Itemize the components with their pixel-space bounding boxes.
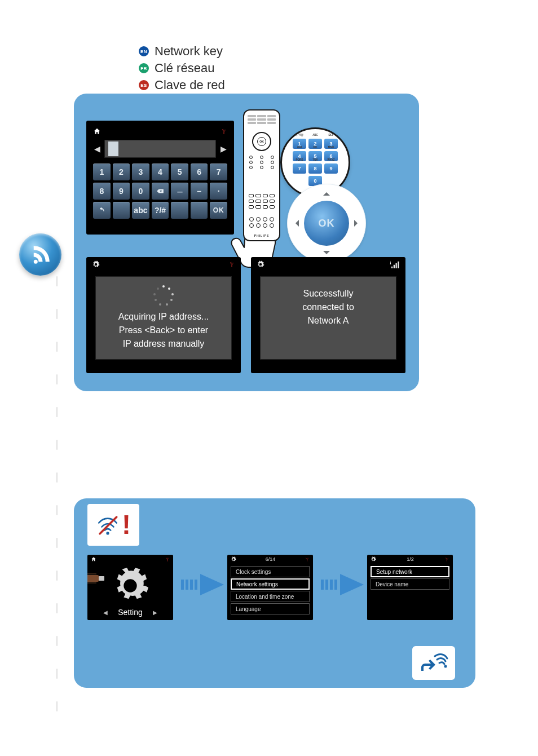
key-abc[interactable]: abc (132, 202, 149, 219)
key-blank-2[interactable] (171, 202, 188, 219)
network-key-input[interactable] (104, 140, 216, 158)
menu1-item-network-settings[interactable]: Network settings (231, 578, 310, 590)
menu2-item-setup-network[interactable]: Setup network (371, 566, 449, 577)
remote-top-buttons (248, 115, 276, 124)
key-0[interactable]: 0 (132, 183, 149, 200)
menu2-counter: 1/2 (376, 556, 444, 562)
wifi-crossed-icon (96, 513, 120, 537)
page-edge-dots (56, 276, 58, 727)
svg-rect-8 (186, 580, 188, 590)
acquiring-line2: Press <Back> to enter (119, 324, 208, 337)
menu1-item-language[interactable]: Language (231, 603, 310, 614)
remote-number-rows (249, 194, 275, 211)
svg-rect-10 (195, 580, 197, 590)
remote-ok-button[interactable]: OK (257, 137, 266, 146)
no-connection-card: ! (87, 504, 139, 546)
key-1[interactable]: 1 (93, 163, 111, 180)
legend-row-fr: FR Clé réseau (139, 61, 225, 76)
success-line3: Network A (308, 314, 349, 328)
key-6[interactable]: 6 (191, 163, 208, 180)
key-ok[interactable]: OK (210, 202, 227, 219)
menu1-counter: 6/14 (236, 556, 305, 562)
remote-nav-wheel[interactable]: OK (252, 132, 271, 151)
key-7[interactable]: 7 (210, 163, 227, 180)
antenna-icon (221, 127, 227, 135)
success-line2: connected to (302, 300, 354, 314)
key-blank-1[interactable] (113, 202, 130, 219)
key-5[interactable]: 5 (171, 163, 188, 180)
key-8[interactable]: 8 (93, 183, 111, 200)
key-3[interactable]: 3 (132, 163, 149, 180)
acquiring-body: Acquiring IP address... Press <Back> to … (95, 276, 232, 360)
legend-callout: EN Network key FR Clé réseau ES Clave de… (139, 44, 225, 95)
goto-wireless-card (412, 646, 455, 680)
success-body: Successfully connected to Network A (260, 276, 396, 360)
key-blank-3[interactable] (191, 202, 208, 219)
signal-icon (390, 260, 400, 268)
key-dash[interactable]: – (191, 183, 208, 200)
key-4[interactable]: 4 (152, 163, 169, 180)
menu2-list: Setup network Device name (367, 564, 453, 593)
keypad-grid: 1 2 3 4 5 6 7 8 9 0 – · abc ?/# (93, 163, 227, 219)
setting-topbar (87, 555, 173, 564)
gear-icon (371, 556, 376, 562)
mini-screen-menu-2: 1/2 Setup network Device name (367, 555, 453, 620)
home-icon[interactable] (93, 127, 101, 135)
remote-mid-buttons (246, 156, 277, 169)
input-cursor (108, 142, 118, 156)
antenna-icon (228, 260, 235, 268)
goto-wireless-icon (418, 651, 449, 675)
remote-control: OK PHILIPS (243, 109, 280, 241)
legend-text-fr: Clé réseau (155, 61, 214, 76)
flow-arrow-icon (181, 572, 224, 598)
antenna-icon (305, 556, 310, 562)
key-backspace[interactable] (152, 183, 169, 200)
gear-icon (231, 556, 236, 562)
key-symbols[interactable]: ?/# (152, 202, 169, 219)
panel-main: ◀ ▶ 1 2 3 4 5 6 7 8 9 0 – · (74, 94, 419, 391)
nav-right-icon[interactable] (354, 220, 361, 227)
svg-point-17 (444, 665, 447, 668)
menu2-topbar: 1/2 (367, 555, 453, 564)
mini-screen-menu-1: 6/14 Clock settings Network settings Loc… (227, 555, 313, 620)
key-dot[interactable]: · (210, 183, 227, 200)
nav-left-icon[interactable] (292, 220, 299, 227)
device-screen-success: Successfully connected to Network A (251, 257, 405, 373)
key-undo[interactable] (93, 202, 111, 219)
svg-rect-9 (190, 580, 193, 590)
success-line1: Successfully (303, 287, 354, 300)
svg-rect-12 (321, 580, 324, 590)
setting-label-row: ◀ Setting ▶ (87, 608, 173, 617)
menu2-item-device-name[interactable]: Device name (371, 578, 449, 590)
nav-up-icon[interactable] (323, 189, 330, 196)
acquiring-line3: IP address manually (123, 337, 205, 351)
zoom-key-9[interactable]: WXYZ9 (324, 163, 338, 174)
legend-row-es: ES Clave de red (139, 78, 225, 92)
key-9[interactable]: 9 (113, 183, 130, 200)
zoom-key-7[interactable]: PQRS7 (293, 163, 306, 174)
setting-arrow-right-icon[interactable]: ▶ (153, 609, 157, 616)
keypad-topbar (93, 126, 227, 136)
home-icon[interactable] (91, 556, 96, 562)
zoom-key-8[interactable]: TUV8 (308, 163, 322, 174)
legend-text-en: Network key (155, 44, 223, 59)
device-screen-acquiring: Acquiring IP address... Press <Back> to … (86, 257, 241, 373)
antenna-icon (165, 556, 170, 562)
entry-arrow-left-icon[interactable]: ◀ (93, 144, 101, 153)
gear-icon (92, 260, 100, 268)
device-screen-keypad: ◀ ▶ 1 2 3 4 5 6 7 8 9 0 – · (86, 121, 234, 235)
entry-arrow-right-icon[interactable]: ▶ (219, 144, 227, 153)
legend-text-es: Clave de red (155, 78, 225, 92)
lang-badge-es: ES (139, 80, 149, 90)
svg-rect-15 (334, 580, 337, 590)
setting-arrow-left-icon[interactable]: ◀ (103, 609, 108, 616)
key-space[interactable] (171, 183, 188, 200)
key-2[interactable]: 2 (113, 163, 130, 180)
menu1-item-clock-settings[interactable]: Clock settings (231, 566, 310, 577)
panel-lower: ! ◀ Setting ▶ (74, 498, 475, 688)
success-topbar (251, 257, 405, 272)
remote-brand-label: PHILIPS (244, 234, 279, 237)
menu1-item-location-timezone[interactable]: Location and time zone (231, 591, 310, 602)
acquiring-line1: Acquiring IP address... (118, 310, 209, 324)
nav-ok-button[interactable]: OK (304, 201, 349, 246)
